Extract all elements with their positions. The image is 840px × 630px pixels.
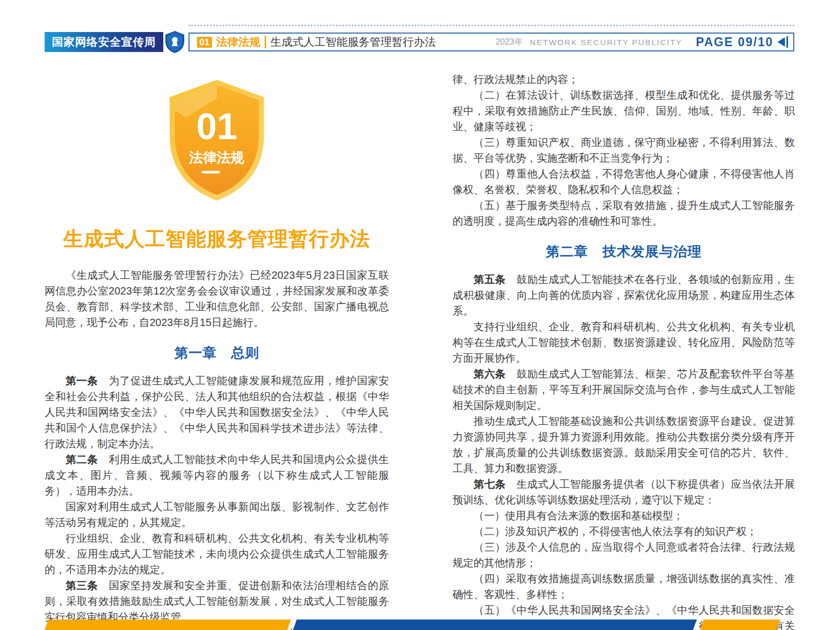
intro-paragraphs: 《生成式人工智能服务管理暂行办法》已经2023年5月23日国家互联网信息办公室2… <box>45 267 389 330</box>
chapter-shield-badge: 01 法律法规 <box>45 78 389 205</box>
page-number-label: PAGE 09/10 <box>696 35 773 49</box>
chapter-1-body: 第一条 为了促进生成式人工智能健康发展和规范应用，维护国家安全和社会公共利益，保… <box>45 373 389 630</box>
paragraph: 第五条 鼓励生成式人工智能技术在各行业、各领域的创新应用，生成积极健康、向上向善… <box>453 271 795 319</box>
page-nav-back-icon[interactable] <box>778 36 788 48</box>
paragraph: 第二条 利用生成式人工智能技术向中华人民共和国境内公众提供生成文本、图片、音频、… <box>45 452 389 499</box>
paragraph: （三）尊重知识产权、商业道德，保守商业秘密，不得利用算法、数据、平台等优势，实施… <box>453 134 795 166</box>
lock-shield-icon <box>164 30 185 54</box>
header-english-subtitle: NETWORK SECURITY PUBLICITY <box>530 38 682 47</box>
article-number: 第三条 <box>66 580 98 591</box>
paragraph: 律、行政法规禁止的内容； <box>453 71 795 87</box>
paragraph: 支持行业组织、企业、教育和科研机构、公共文化机构、有关专业机构等在生成式人工智能… <box>453 319 795 366</box>
paragraph: 国家对利用生成式人工智能服务从事新闻出版、影视制作、文艺创作等活动另有规定的，从… <box>45 499 389 530</box>
article-number: 第一条 <box>66 375 98 386</box>
paragraph: （五）基于服务类型特点，采取有效措施，提升生成式人工智能服务的透明度，提高生成内… <box>453 197 795 229</box>
header-year: 2023年 <box>496 37 523 48</box>
section-category-label: 法律法规 <box>216 35 260 49</box>
chapter-1-body-continued: 律、行政法规禁止的内容；（二）在算法设计、训练数据选择、模型生成和优化、提供服务… <box>453 71 795 229</box>
nav-bar-icon <box>786 36 788 48</box>
section-number-badge: 01 <box>197 37 212 48</box>
chapter-2-body: 第五条 鼓励生成式人工智能技术在各行业、各领域的创新应用，生成积极健康、向上向善… <box>453 271 795 630</box>
gold-shield-icon: 01 法律法规 <box>165 78 268 203</box>
paragraph: 行业组织、企业、教育和科研机构、公共文化机构、有关专业机构等研发、应用生成式人工… <box>45 530 389 578</box>
paragraph: 第一条 为了促进生成式人工智能健康发展和规范应用，维护国家安全和社会公共利益，保… <box>45 373 389 452</box>
category-separator <box>265 36 266 48</box>
right-column: 律、行政法规禁止的内容；（二）在算法设计、训练数据选择、模型生成和优化、提供服务… <box>453 71 795 630</box>
header-doc-title: 生成式人工智能服务管理暂行办法 <box>270 35 436 49</box>
paragraph: （三）涉及个人信息的，应当取得个人同意或者符合法律、行政法规规定的其他情形； <box>453 539 795 571</box>
article-number: 第二条 <box>66 454 98 465</box>
header-title-strip: 01 法律法规 生成式人工智能服务管理暂行办法 2023年 NETWORK SE… <box>188 33 794 51</box>
paragraph: 第六条 鼓励生成式人工智能算法、框架、芯片及配套软件平台等基础技术的自主创新，平… <box>453 366 795 413</box>
left-column: 01 法律法规 生成式人工智能服务管理暂行办法 《生成式人工智能服务管理暂行办法… <box>45 67 389 630</box>
brochure-page: 国家网络安全宣传周 01 法律法规 生成式人工智能服务管理暂行办法 2023年 … <box>0 0 840 630</box>
paragraph: （一）使用具有合法来源的数据和基础模型； <box>453 508 795 523</box>
svg-text:01: 01 <box>196 106 237 147</box>
footer-gold-stripe-right <box>700 620 780 630</box>
page-header: 国家网络安全宣传周 01 法律法规 生成式人工智能服务管理暂行办法 2023年 … <box>45 32 794 52</box>
document-title: 生成式人工智能服务管理暂行办法 <box>45 226 389 253</box>
paragraph: 第三条 国家坚持发展和安全并重、促进创新和依法治理相结合的原则，采取有效措施鼓励… <box>45 578 389 625</box>
paragraph: 推动生成式人工智能基础设施和公共训练数据资源平台建设。促进算力资源协同共享，提升… <box>453 413 795 476</box>
paragraph: 《生成式人工智能服务管理暂行办法》已经2023年5月23日国家互联网信息办公室2… <box>45 267 389 330</box>
event-banner: 国家网络安全宣传周 <box>45 32 163 52</box>
footer-gold-stripe-left <box>45 620 291 630</box>
paragraph: （二）涉及知识产权的，不得侵害他人依法享有的知识产权； <box>453 523 795 539</box>
chapter-1-heading: 第一章 总则 <box>45 344 389 362</box>
paragraph: 第七条 生成式人工智能服务提供者（以下称提供者）应当依法开展预训练、优化训练等训… <box>453 476 795 508</box>
chapter-2-heading: 第二章 技术发展与治理 <box>453 243 795 261</box>
article-number: 第五条 <box>474 274 506 285</box>
article-number: 第六条 <box>474 368 506 380</box>
article-number: 第七条 <box>474 478 506 490</box>
badge-label-glyph: 法律法规 <box>188 150 245 165</box>
left-triangle-icon <box>778 37 785 47</box>
paragraph: （四）尊重他人合法权益，不得危害他人身心健康，不得侵害他人肖像权、名誉权、荣誉权… <box>453 166 795 197</box>
footer-blue-stripe <box>293 620 697 630</box>
paragraph: （二）在算法设计、训练数据选择、模型生成和优化、提供服务等过程中，采取有效措施防… <box>453 87 795 134</box>
paragraph: （四）采取有效措施提高训练数据质量，增强训练数据的真实性、准确性、客观性、多样性… <box>453 571 795 602</box>
event-banner-label: 国家网络安全宣传周 <box>52 35 156 49</box>
